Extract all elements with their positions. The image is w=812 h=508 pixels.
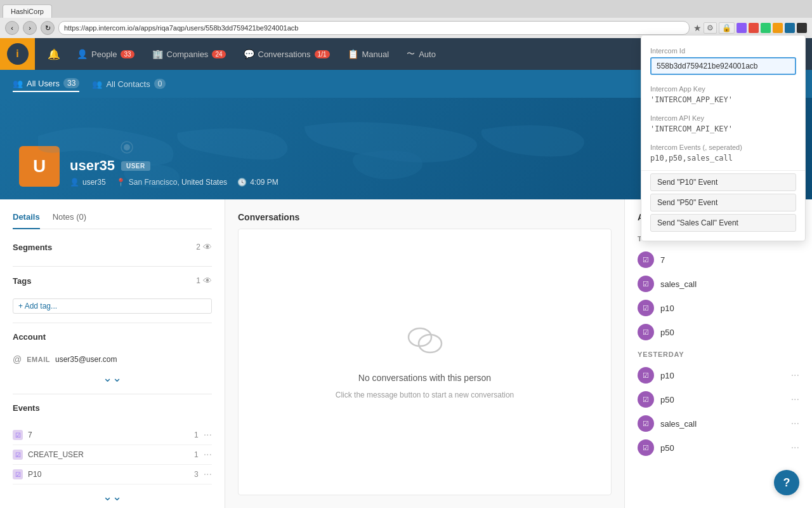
event-count-p10: 3 xyxy=(194,470,199,479)
tags-eye-icon[interactable]: 👁 xyxy=(203,276,212,286)
activity-label-p50-yesterday: p50 xyxy=(660,395,785,404)
companies-icon: 🏢 xyxy=(152,49,163,59)
app-key-label: Intercom App Key xyxy=(650,85,796,93)
events-config-section: Intercom Events (, seperated) p10,p50,sa… xyxy=(641,138,805,168)
all-users-label: All Users xyxy=(27,79,60,88)
activity-dot-p10-yesterday: ☑ xyxy=(638,367,654,384)
event-count-create-user: 1 xyxy=(194,450,199,459)
empty-conversations-subtitle: Click the message button to start a new … xyxy=(336,391,514,399)
send-p10-button[interactable]: Send "P10" Event xyxy=(650,173,796,191)
panel-tabs: Details Notes (0) xyxy=(13,212,212,229)
activity-more-sales-call[interactable]: ··· xyxy=(791,418,799,429)
activity-dot-sales-call: ☑ xyxy=(638,276,654,292)
event-name-7: 7 xyxy=(28,431,194,439)
event-menu-p10[interactable]: ··· xyxy=(204,469,212,480)
intercom-id-section: Intercom Id xyxy=(641,42,805,80)
tags-divider xyxy=(13,323,212,323)
add-tag-button[interactable]: + Add tag... xyxy=(13,298,212,314)
url-input[interactable] xyxy=(58,21,690,35)
activity-more-p50-2[interactable]: ··· xyxy=(791,442,799,453)
nav-auto[interactable]: 〜 Auto xyxy=(399,44,443,64)
extensions-area: ★ ⚙ 🔒 xyxy=(693,22,807,34)
events-config-value: p10,p50,sales_call xyxy=(650,154,796,163)
activity-dot-7: ☑ xyxy=(638,251,654,268)
email-row: @ EMAIL user35@user.com xyxy=(13,354,212,364)
browser-tab[interactable]: HashiCorp xyxy=(3,4,52,18)
tab-details[interactable]: Details xyxy=(13,212,40,229)
segments-eye-icon[interactable]: 👁 xyxy=(203,242,212,252)
forward-button[interactable]: › xyxy=(23,21,37,35)
logo-area[interactable]: i xyxy=(0,38,35,70)
event-count-7: 1 xyxy=(194,431,199,439)
tab-all-contacts[interactable]: 👥 All Contacts 0 xyxy=(92,76,166,91)
activity-item-sales-call-yesterday: ☑ sales_call ··· xyxy=(638,411,799,436)
event-menu-7[interactable]: ··· xyxy=(204,429,212,441)
event-row-create-user: ☑ CREATE_USER 1 ··· xyxy=(13,445,212,465)
email-label: EMAIL xyxy=(27,356,50,363)
activity-item-7: ☑ 7 xyxy=(638,248,799,272)
activity-dot-p10-today: ☑ xyxy=(638,300,654,316)
event-menu-create-user[interactable]: ··· xyxy=(204,449,212,460)
nav-conversations[interactable]: 💬 Conversations 1/1 xyxy=(236,45,337,63)
dropdown-divider xyxy=(641,170,805,171)
browser-tabs: HashiCorp xyxy=(0,0,812,18)
api-key-label: Intercom API Key xyxy=(650,114,796,122)
svg-point-3 xyxy=(419,335,442,352)
people-icon: 👤 xyxy=(77,49,88,59)
app-key-value: 'INTERCOM_APP_KEY' xyxy=(650,95,796,104)
conversations-panel: Conversations No conversations with this… xyxy=(225,199,625,508)
activity-more-p50[interactable]: ··· xyxy=(791,394,799,405)
activity-item-p50-yesterday: ☑ p50 ··· xyxy=(638,387,799,411)
nav-manual[interactable]: 📋 Manual xyxy=(340,45,397,63)
nav-companies-label: Companies xyxy=(167,50,209,59)
nav-people[interactable]: 👤 People 33 xyxy=(69,45,142,63)
conversations-icon: 💬 xyxy=(244,49,254,59)
activity-more-p10[interactable]: ··· xyxy=(791,370,799,381)
activity-label-p10-today: p10 xyxy=(660,304,799,313)
reload-button[interactable]: ↻ xyxy=(41,21,55,35)
events-config-label: Intercom Events (, seperated) xyxy=(650,144,796,151)
tab-all-users[interactable]: 👥 All Users 33 xyxy=(13,76,79,92)
activity-item-p50-yesterday2: ☑ p50 ··· xyxy=(638,436,799,460)
logo-icon: i xyxy=(7,43,29,65)
nav-conversations-label: Conversations xyxy=(258,50,311,59)
empty-conversations-title: No conversations with this person xyxy=(358,373,491,383)
account-section: Account xyxy=(13,332,212,347)
at-icon: @ xyxy=(13,354,22,364)
tags-section: Tags 1 👁 xyxy=(13,276,212,291)
left-panel: Details Notes (0) Segments 2 👁 Tags 1 👁 … xyxy=(0,199,225,508)
activity-item-p50-today: ☑ p50 xyxy=(638,320,799,344)
event-row-7: ☑ 7 1 ··· xyxy=(13,425,212,445)
tab-notes[interactable]: Notes (0) xyxy=(53,212,86,229)
email-value: user35@user.com xyxy=(55,355,117,364)
help-button[interactable]: ? xyxy=(774,470,799,495)
send-sales-call-button[interactable]: Send "Sales Call" Event xyxy=(650,214,796,232)
send-p50-button[interactable]: Send "P50" Event xyxy=(650,194,796,211)
activity-item-p10-yesterday: ☑ p10 ··· xyxy=(638,363,799,387)
nav-manual-label: Manual xyxy=(362,50,390,59)
activity-label-p10-yesterday: p10 xyxy=(660,371,785,380)
activity-dot-p50-yesterday2: ☑ xyxy=(638,439,654,456)
svg-point-2 xyxy=(409,328,431,346)
segments-title: Segments xyxy=(13,243,52,252)
browser-chrome: HashiCorp ‹ › ↻ ★ ⚙ 🔒 Apps Google Ha xyxy=(0,0,812,38)
activity-dot-sales-call-yesterday: ☑ xyxy=(638,415,654,432)
segments-section: Segments 2 👁 xyxy=(13,242,212,257)
account-divider xyxy=(13,394,212,394)
api-key-value: 'INTERCOM_API_KEY' xyxy=(650,124,796,133)
auto-tilde-icon: 〜 xyxy=(407,48,415,60)
content-area: Details Notes (0) Segments 2 👁 Tags 1 👁 … xyxy=(0,199,812,508)
expand-events-button[interactable]: ⌄⌄ xyxy=(13,490,212,504)
event-row-p10: ☑ P10 3 ··· xyxy=(13,465,212,485)
expand-account-button[interactable]: ⌄⌄ xyxy=(13,371,212,385)
api-key-section: Intercom API Key 'INTERCOM_API_KEY' xyxy=(641,109,805,138)
nav-people-label: People xyxy=(91,50,117,59)
segments-divider xyxy=(13,266,212,267)
people-badge: 33 xyxy=(121,50,134,58)
back-button[interactable]: ‹ xyxy=(5,21,19,35)
activity-item-sales-call: ☑ sales_call xyxy=(638,272,799,296)
app-key-section: Intercom App Key 'INTERCOM_APP_KEY' xyxy=(641,80,805,109)
nav-companies[interactable]: 🏢 Companies 24 xyxy=(145,45,233,63)
intercom-id-input[interactable] xyxy=(650,57,796,75)
notification-bell[interactable]: 🔔 xyxy=(41,48,67,60)
